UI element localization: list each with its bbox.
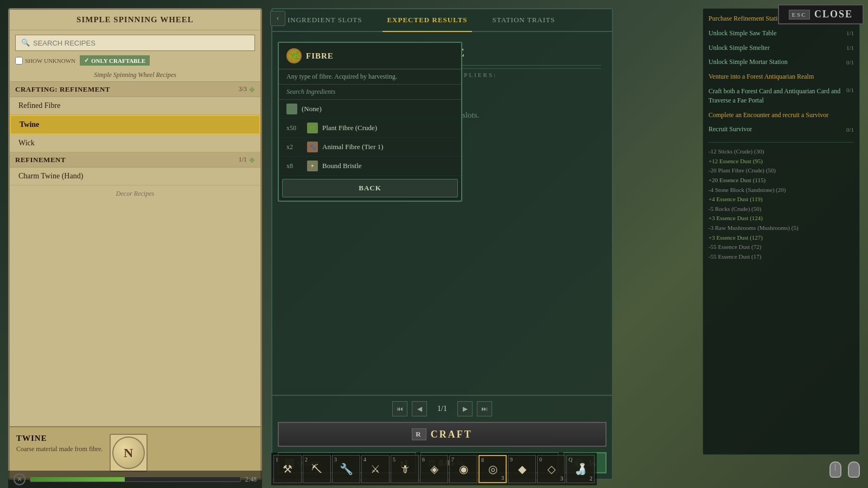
only-craftable-toggle[interactable]: ✓ ONLY CRAFTABLE [80,55,150,66]
only-craftable-label: ONLY CRAFTABLE [91,57,145,64]
inv-icon-8: ◎ [483,460,502,479]
animal-fibre-icon: 🐾 [307,142,318,152]
r-key-badge: R [412,428,426,440]
inv-slot-0[interactable]: 0 ◇ 3 [537,455,565,483]
refinement-category[interactable]: REFINEMENT 1/1 ◆ [10,152,260,168]
recipe-item-wick[interactable]: Wick [10,134,260,152]
craft-label: CRAFT [431,429,473,440]
recipe-item-twine[interactable]: Twine [10,115,260,134]
slot-count-8: 3 [501,475,504,481]
quest-progress-2: 1/1 [846,30,854,36]
slot-num-5: 5 [393,457,395,463]
mouse-left-icon [829,461,841,478]
slot-num-9: 9 [510,457,513,463]
inv-icon-2: ⛏ [308,460,327,479]
item-desc: Coarse material made from fibre. [16,445,103,453]
show-unknown-label: SHOW UNKNOWN [25,57,75,64]
category-name: CRAFTING: REFINEMENT [15,85,110,94]
animal-fibre-qty: x2 [286,143,303,151]
refinement-category-name: REFINEMENT [15,156,66,164]
quest-progress-6: 0/1 [846,87,854,93]
decor-recipes[interactable]: Decor Recipes [10,185,260,202]
quest-item-8[interactable]: Recruit Survivor 0/1 [709,125,854,134]
nav-next-btn[interactable]: ▶ [457,401,473,416]
inv-slot-3[interactable]: 3 🔧 [332,455,360,483]
quest-item-3[interactable]: Unlock Simple Smelter 1/1 [709,43,854,53]
panel-title: SIMPLE SPINNING WHEEL [10,10,260,30]
quest-progress-3: 1/1 [846,44,854,51]
search-box[interactable]: 🔍 [15,35,255,51]
plant-fibre-icon: 🌿 [307,123,318,133]
res-1: -12 Sticks (Crude) (30) [709,147,854,157]
quest-progress-4: 0/1 [846,59,854,66]
back-arrow-button[interactable]: ‹ [270,11,285,26]
bound-bristle-qty: x8 [286,162,303,170]
ingredient-option-none[interactable]: (None) [279,100,461,119]
slot-num-1: 1 [276,457,278,463]
show-unknown-input[interactable] [15,57,23,65]
nav-first-btn[interactable]: ⏮ [392,401,407,416]
diamond-icon: ◆ [249,85,255,94]
quests-panel: Purchase Refinement Stations using Essen… [703,8,860,455]
inv-slot-6[interactable]: 6 ◈ [420,455,448,483]
inv-slot-2[interactable]: 2 ⛏ [303,455,331,483]
refinement-list: Charm Twine (Hand) [10,168,260,185]
ingredient-option-animal-fibre[interactable]: x2 🐾 Animal Fibre (Tier 1) [279,138,461,157]
inv-icon-q: 🍶 [571,460,590,479]
slot-num-3: 3 [334,457,337,463]
tab-ingredient-slots[interactable]: INGREDIENT SLOTS [283,9,366,32]
resources-section: -12 Sticks (Crude) (30) +12 Essence Dust… [709,142,854,261]
res-8: +3 Essence Dust (124) [709,214,854,223]
resources-list: -12 Sticks (Crude) (30) +12 Essence Dust… [709,147,854,261]
quest-item-7[interactable]: Complete an Encounter and recruit a Surv… [709,111,854,120]
res-10: +3 Essence Dust (127) [709,233,854,243]
filter-row: SHOW UNKNOWN ✓ ONLY CRAFTABLE [10,55,260,69]
slot-num-2: 2 [305,457,308,463]
back-button[interactable]: BACK [282,179,458,197]
tab-station-traits[interactable]: STATION TRAITS [488,9,560,32]
slot-num-0: 0 [539,457,542,463]
mouse-left-area [829,461,841,478]
show-unknown-checkbox[interactable]: SHOW UNKNOWN [15,57,75,65]
inv-slot-q[interactable]: Q 🍶 2 [566,455,595,483]
inv-slot-7[interactable]: 7 ◉ [449,455,477,483]
quest-item-6[interactable]: Craft both a Forest Card and Antiquarian… [709,87,854,105]
quest-item-2[interactable]: Unlock Simple Saw Table 1/1 [709,29,854,38]
craft-button[interactable]: R CRAFT [278,422,607,447]
res-6: +4 Essence Dust (119) [709,195,854,204]
recipe-item-charm-twine[interactable]: Charm Twine (Hand) [10,168,260,185]
close-button[interactable]: ESC CLOSE [778,4,864,24]
quest-item-5[interactable]: Venture into a Forest Antiquarian Realm [709,72,854,81]
nav-last-btn[interactable]: ⏭ [477,401,492,416]
res-11: -55 Essence Dust (72) [709,242,854,252]
inv-slot-4[interactable]: 4 ⚔ [361,455,390,483]
tab-expected-results[interactable]: EXPECTED RESULTS [382,9,471,32]
inv-icon-9: ◆ [513,460,532,479]
inv-slot-9[interactable]: 9 ◆ [508,455,536,483]
inv-slot-5[interactable]: 5 🗡 [391,455,419,483]
inv-slot-1[interactable]: 1 ⚒ [273,455,302,483]
quest-text-3: Unlock Simple Smelter [709,43,770,53]
quest-text-7: Complete an Encounter and recruit a Surv… [709,111,854,120]
recipe-item-refined-fibre[interactable]: Refined Fibre [10,97,260,115]
esc-badge: ESC [789,10,810,20]
search-input[interactable] [33,39,249,47]
res-5: -4 Stone Block (Sandstone) (20) [709,185,854,195]
ingredient-search[interactable]: Search Ingredients [279,85,461,100]
left-panel: SIMPLE SPINNING WHEEL 🔍 SHOW UNKNOWN ✓ O… [8,8,262,480]
crafting-refinement-category[interactable]: CRAFTING: REFINEMENT 3/3 ◆ [10,82,260,97]
ingredient-title: FIBRE [306,52,334,61]
res-9: -3 Raw Mushrooms (Mushrooms) (5) [709,223,854,233]
ingredient-option-bound-bristle[interactable]: x8 ✦ Bound Bristle [279,157,461,176]
quest-item-4[interactable]: Unlock Simple Mortar Station 0/1 [709,57,854,67]
item-info-text: TWINE Coarse material made from fibre. [16,434,103,453]
ingredient-overlay: 🌿 FIBRE Any type of fibre. Acquired by h… [278,42,462,202]
ingredient-header: 🌿 FIBRE [279,43,461,69]
inv-slot-8[interactable]: 8 ◎ 3 [478,455,507,483]
center-tabs: INGREDIENT SLOTS EXPECTED RESULTS STATIO… [272,9,612,32]
res-3: -20 Plant Fibre (Crude) (50) [709,166,854,176]
ingredient-option-plant-fibre[interactable]: x50 🌿 Plant Fibre (Crude) [279,119,461,138]
nav-prev-btn[interactable]: ◀ [412,401,427,416]
ingredient-desc: Any type of fibre. Acquired by harvestin… [279,69,461,85]
inv-icon-0: ◇ [542,460,561,479]
